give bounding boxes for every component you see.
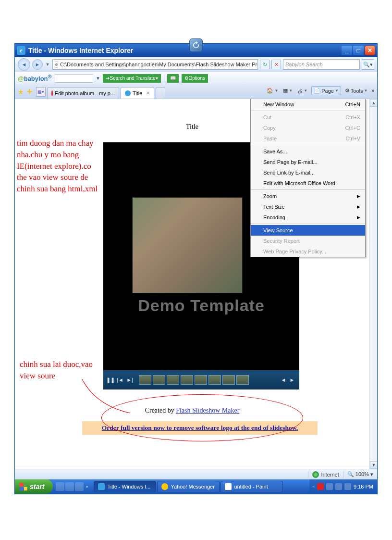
add-favorites-icon[interactable]: ✚ xyxy=(27,88,35,96)
close-tab-icon[interactable]: ✕ xyxy=(146,90,150,96)
menu-paste: PasteCtrl+V xyxy=(251,133,365,144)
slideshow-photo xyxy=(132,197,243,293)
thumb-4[interactable] xyxy=(181,375,193,385)
home-button[interactable]: 🏠▼ xyxy=(266,87,279,95)
tray-icon-3[interactable] xyxy=(335,483,342,490)
thumb-1[interactable] xyxy=(139,375,151,385)
tools-menu-button[interactable]: ⚙Tools▼ xyxy=(344,87,369,95)
scroll-left-button[interactable]: ◄ xyxy=(280,377,287,383)
start-label: start xyxy=(30,483,44,490)
ie-tab-icon xyxy=(125,90,131,96)
tray-icon-4[interactable] xyxy=(344,483,351,490)
address-field[interactable]: e C:\Documents and Settings\phanngoctien… xyxy=(52,59,258,70)
player-control-bar: ❚❚ |◄ ►| ◄ ► xyxy=(103,370,299,389)
window-title: Title - Windows Internet Explorer xyxy=(28,47,133,54)
watermark-text: Demo Template xyxy=(103,296,299,315)
tray-icon-2[interactable] xyxy=(326,483,333,490)
thumb-2[interactable] xyxy=(153,375,165,385)
next-button[interactable]: ►| xyxy=(126,377,133,383)
ql-more-icon[interactable]: » xyxy=(85,482,89,491)
babylon-options-button[interactable]: ⚙ Options xyxy=(182,74,208,83)
tab-active-label: Title xyxy=(133,90,142,96)
close-button[interactable]: ✕ xyxy=(365,46,375,55)
system-tray: ‹ 9:16 PM xyxy=(309,479,377,494)
menu-encoding[interactable]: Encoding▶ xyxy=(251,212,365,223)
babylon-toolbar: @babylon® ▼ ➜ Search and Translate ▾ 📖 ⚙… xyxy=(15,72,377,84)
overlay-refresh-badge xyxy=(189,38,203,52)
thumb-7[interactable] xyxy=(222,375,235,385)
menu-edit-word[interactable]: Edit with Microsoft Office Word xyxy=(251,178,365,188)
menu-save-as[interactable]: Save As... xyxy=(251,146,365,157)
titlebar: e Title - Windows Internet Explorer _ □ … xyxy=(15,44,377,57)
nav-history-dropdown[interactable]: ▼ xyxy=(45,62,50,67)
menu-copy: CopyCtrl+C xyxy=(251,123,365,133)
maximize-button[interactable]: □ xyxy=(353,46,364,55)
tab-list-button[interactable]: ▦▾ xyxy=(36,87,46,97)
task-paint[interactable]: untitled - Paint xyxy=(220,481,283,492)
stop-button[interactable]: ✕ xyxy=(271,60,281,69)
globe-icon xyxy=(312,471,319,478)
babylon-dict-button[interactable]: 📖 xyxy=(167,74,179,83)
zone-label: Internet xyxy=(321,472,339,477)
vertical-scrollbar[interactable]: ▲ ▼ xyxy=(369,99,377,469)
task-ie[interactable]: Title - Windows I... xyxy=(94,481,156,492)
feeds-button[interactable]: ▦▼ xyxy=(282,87,294,95)
scroll-right-button[interactable]: ► xyxy=(289,377,295,383)
tray-expand-icon[interactable]: ‹ xyxy=(313,484,315,489)
pause-button[interactable]: ❚❚ xyxy=(107,377,114,383)
thumb-3[interactable] xyxy=(167,375,179,385)
babylon-search-button[interactable]: ➜ Search and Translate ▾ xyxy=(103,74,160,83)
babylon-logo: @babylon® xyxy=(18,74,52,82)
page-content: Title tim duong dan ma chay nha.chu y mo… xyxy=(15,99,377,469)
menu-privacy-policy: Web Page Privacy Policy... xyxy=(251,246,365,257)
print-button[interactable]: 🖨▼ xyxy=(296,87,308,95)
search-box[interactable]: Babylon Search xyxy=(283,59,360,70)
menu-new-window[interactable]: New WindowCtrl+N xyxy=(251,99,365,110)
quick-launch: » xyxy=(53,482,92,491)
ie-icon: e xyxy=(17,46,25,55)
favorites-star-icon[interactable]: ★ xyxy=(18,88,25,96)
forward-button[interactable]: ► xyxy=(32,59,43,70)
tab-active[interactable]: Title ✕ xyxy=(121,87,154,99)
thumbnail-strip xyxy=(139,375,249,385)
scroll-down-button[interactable]: ▼ xyxy=(370,461,377,469)
paint-icon xyxy=(225,483,232,490)
page-favicon: e xyxy=(55,61,58,68)
thumb-5[interactable] xyxy=(195,375,207,385)
menu-send-page[interactable]: Send Page by E-mail... xyxy=(251,157,365,167)
ql-icon-1[interactable] xyxy=(56,482,64,491)
search-placeholder: Babylon Search xyxy=(285,62,323,67)
address-text: C:\Documents and Settings\phanngoctien\M… xyxy=(60,62,258,67)
ql-icon-2[interactable] xyxy=(65,482,74,491)
new-tab-button[interactable] xyxy=(156,87,165,99)
page-menu-button[interactable]: 📄Page▼ xyxy=(311,86,341,95)
menu-text-size[interactable]: Text Size▶ xyxy=(251,201,365,212)
refresh-button[interactable]: ↻ xyxy=(260,60,270,69)
prev-button[interactable]: |◄ xyxy=(117,377,123,383)
scroll-up-button[interactable]: ▲ xyxy=(370,99,377,107)
annotation-2: chinh sua lai duoc,vao view soure xyxy=(20,359,101,382)
thumb-6[interactable] xyxy=(208,375,221,385)
tab-inactive[interactable]: Edit photo album - my p... xyxy=(47,87,119,99)
tray-icon-1[interactable] xyxy=(317,483,324,490)
task-yahoo[interactable]: Yahoo! Messenger xyxy=(157,481,220,492)
chevrons-icon[interactable]: » xyxy=(371,88,374,93)
status-bar: Internet 🔍 100% ▾ xyxy=(15,469,377,479)
thumb-8[interactable] xyxy=(236,375,249,385)
babylon-search-input[interactable] xyxy=(55,74,93,83)
minimize-button[interactable]: _ xyxy=(342,46,352,55)
tray-clock[interactable]: 9:16 PM xyxy=(354,484,373,490)
menu-zoom[interactable]: Zoom▶ xyxy=(251,191,365,201)
security-zone: Internet xyxy=(312,471,339,478)
zoom-level[interactable]: 🔍 100% ▾ xyxy=(347,471,373,477)
search-go-button[interactable]: 🔍▾ xyxy=(362,59,374,70)
tab-bar: ★ ✚ ▦▾ Edit photo album - my p... Title … xyxy=(15,84,377,99)
page-context-menu: New WindowCtrl+N CutCtrl+X CopyCtrl+C Pa… xyxy=(250,99,366,257)
back-button[interactable]: ◄ xyxy=(18,58,30,71)
ie-task-icon xyxy=(98,483,105,490)
menu-cut: CutCtrl+X xyxy=(251,112,365,123)
start-button[interactable]: start xyxy=(15,479,53,494)
menu-send-link[interactable]: Send Link by E-mail... xyxy=(251,167,365,178)
menu-view-source[interactable]: View Source xyxy=(251,225,365,236)
ql-icon-3[interactable] xyxy=(75,482,84,491)
